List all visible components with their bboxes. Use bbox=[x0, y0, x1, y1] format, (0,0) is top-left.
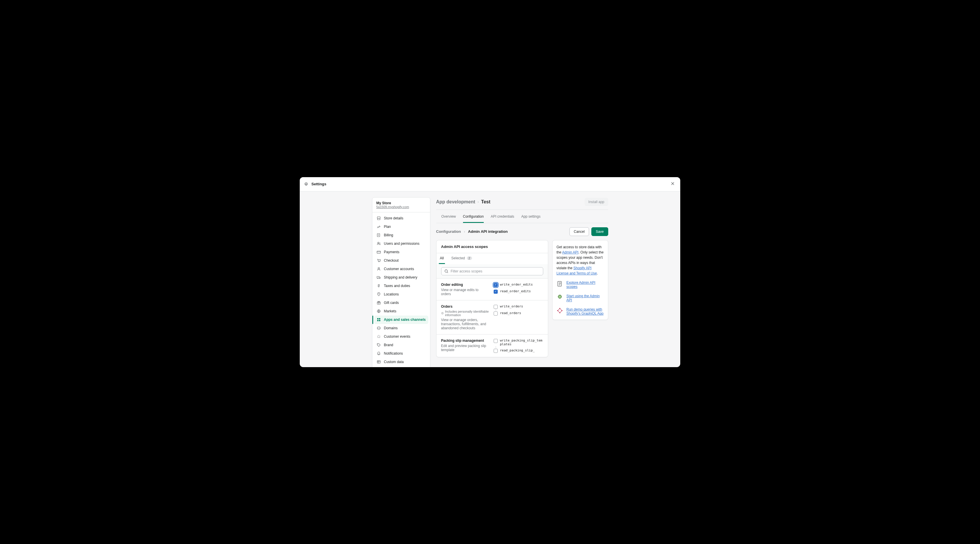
nav-domains[interactable]: Domains bbox=[374, 324, 428, 333]
scopes-header: Admin API access scopes bbox=[436, 240, 548, 253]
nav-shipping[interactable]: Shipping and delivery bbox=[374, 273, 428, 282]
selected-count-badge: 2 bbox=[467, 256, 472, 260]
location-icon bbox=[376, 292, 381, 297]
scope-sections: Order editingView or manage edits to ord… bbox=[436, 279, 548, 357]
nav-locations[interactable]: Locations bbox=[374, 290, 428, 299]
save-button[interactable]: Save bbox=[591, 227, 608, 236]
install-button[interactable]: Install app bbox=[585, 198, 608, 206]
scope-title: Packing slip management bbox=[441, 339, 489, 343]
nav-gift-cards[interactable]: Gift cards bbox=[374, 299, 428, 307]
close-button[interactable] bbox=[669, 180, 676, 188]
nav-notifications[interactable]: Notifications bbox=[374, 349, 428, 358]
document-icon bbox=[557, 281, 563, 287]
scope-checkboxes: ✓write_order_edits✓read_order_edits bbox=[494, 282, 543, 296]
nav-label: Users and permissions bbox=[384, 241, 420, 246]
nav-payments[interactable]: Payments bbox=[374, 248, 428, 256]
titlebar-title: Settings bbox=[312, 182, 326, 186]
nav-label: Checkout bbox=[384, 259, 399, 263]
svg-rect-14 bbox=[379, 320, 380, 321]
nav-label: Notifications bbox=[384, 351, 403, 355]
scope-tab-selected[interactable]: Selected 2 bbox=[450, 256, 473, 264]
sub-header: Configuration › Admin API integration Ca… bbox=[436, 223, 608, 240]
scope-code: write_orders bbox=[500, 305, 523, 308]
gear-badge-icon bbox=[557, 294, 563, 300]
plan-icon bbox=[376, 224, 381, 229]
body: My Store 5a1509.myshopify.com Store deta… bbox=[300, 192, 680, 367]
scope-checkbox-row: read_packing_slip_ bbox=[494, 349, 543, 353]
nav-customer-accounts[interactable]: Customer accounts bbox=[374, 265, 428, 273]
nav-taxes[interactable]: Taxes and duties bbox=[374, 282, 428, 290]
checkbox[interactable] bbox=[494, 305, 498, 309]
scope-tabs: All Selected 2 bbox=[436, 253, 548, 264]
checkbox[interactable]: ✓ bbox=[494, 283, 498, 287]
scope-tab-all[interactable]: All bbox=[439, 256, 445, 264]
breadcrumb-root[interactable]: App development bbox=[436, 199, 475, 205]
nav-label: Taxes and duties bbox=[384, 284, 410, 288]
nav-label: Payments bbox=[384, 250, 399, 254]
page-header: App development › Test Install app bbox=[436, 197, 608, 210]
graphiql-icon bbox=[557, 308, 563, 314]
nav-customer-events[interactable]: Customer events bbox=[374, 333, 428, 341]
apps-icon bbox=[376, 317, 381, 322]
scope-checkbox-row: ✓read_order_edits bbox=[494, 289, 543, 294]
scope-pii: Includes personally identifiable informa… bbox=[441, 310, 489, 317]
sub-title: Admin API integration bbox=[468, 229, 508, 234]
svg-point-8 bbox=[378, 293, 379, 294]
side-link-start[interactable]: Start using the Admin API bbox=[557, 294, 604, 302]
tab-app-settings[interactable]: App settings bbox=[521, 214, 541, 223]
scope-code: write_order_edits bbox=[500, 282, 533, 286]
nav-brand[interactable]: Brand bbox=[374, 341, 428, 349]
scope-section: Order editingView or manage edits to ord… bbox=[436, 279, 548, 300]
svg-rect-0 bbox=[377, 234, 380, 237]
svg-rect-13 bbox=[377, 320, 378, 321]
checkbox[interactable] bbox=[494, 311, 498, 316]
tab-overview[interactable]: Overview bbox=[441, 214, 456, 223]
sub-breadcrumb: Configuration › Admin API integration bbox=[436, 229, 508, 234]
side-link-graphiql[interactable]: Run demo queries with Shopify's GraphiQL… bbox=[557, 308, 604, 316]
store-url[interactable]: 5a1509.myshopify.com bbox=[376, 205, 426, 209]
tab-configuration[interactable]: Configuration bbox=[463, 214, 484, 223]
nav-checkout[interactable]: Checkout bbox=[374, 256, 428, 265]
cancel-button[interactable]: Cancel bbox=[570, 227, 589, 236]
nav-billing[interactable]: Billing bbox=[374, 231, 428, 239]
scope-code: read_order_edits bbox=[500, 289, 531, 293]
users-icon bbox=[376, 241, 381, 246]
tab-api-credentials[interactable]: API credentials bbox=[491, 214, 514, 223]
checkbox[interactable] bbox=[494, 349, 498, 353]
nav-label: Apps and sales channels bbox=[384, 317, 426, 322]
scope-desc: View or manage edits to orders bbox=[441, 288, 489, 296]
nav-label: Domains bbox=[384, 326, 398, 330]
search-input[interactable] bbox=[451, 269, 540, 273]
nav-custom-data[interactable]: Custom data bbox=[374, 358, 428, 366]
svg-point-3 bbox=[378, 262, 379, 262]
nav-plan[interactable]: Plan bbox=[374, 223, 428, 231]
titlebar-left: Settings bbox=[304, 182, 326, 187]
scope-section: OrdersIncludes personally identifiable i… bbox=[436, 300, 548, 335]
side-link-explore[interactable]: Explore Admin API scopes bbox=[557, 281, 604, 289]
store-name: My Store bbox=[376, 201, 426, 205]
link-admin-api[interactable]: Admin API bbox=[562, 250, 579, 254]
sidebar: My Store 5a1509.myshopify.com Store deta… bbox=[372, 197, 430, 367]
checkbox[interactable]: ✓ bbox=[494, 290, 498, 294]
layout: My Store 5a1509.myshopify.com Store deta… bbox=[372, 197, 608, 367]
svg-point-1 bbox=[378, 242, 379, 243]
search-box[interactable] bbox=[441, 267, 543, 275]
page-title: Test bbox=[481, 199, 490, 205]
scope-desc: View or manage orders, transactions, ful… bbox=[441, 318, 489, 330]
nav-languages[interactable]: Languages bbox=[374, 366, 428, 367]
main: App development › Test Install app Overv… bbox=[436, 197, 608, 357]
sub-root[interactable]: Configuration bbox=[436, 229, 461, 234]
nav-label: Markets bbox=[384, 309, 396, 313]
nav-users[interactable]: Users and permissions bbox=[374, 239, 428, 248]
svg-point-5 bbox=[378, 268, 379, 269]
chevron-right-icon: › bbox=[477, 200, 479, 204]
nav-apps[interactable]: Apps and sales channels bbox=[374, 316, 428, 324]
scopes-card: Admin API access scopes All Selected 2 bbox=[436, 240, 548, 357]
svg-rect-11 bbox=[377, 318, 378, 319]
nav-markets[interactable]: Markets bbox=[374, 307, 428, 316]
svg-point-16 bbox=[378, 344, 378, 345]
nav-store-details[interactable]: Store details bbox=[374, 214, 428, 223]
checkbox[interactable] bbox=[494, 339, 498, 343]
gift-icon bbox=[376, 300, 381, 305]
close-icon bbox=[670, 181, 675, 186]
